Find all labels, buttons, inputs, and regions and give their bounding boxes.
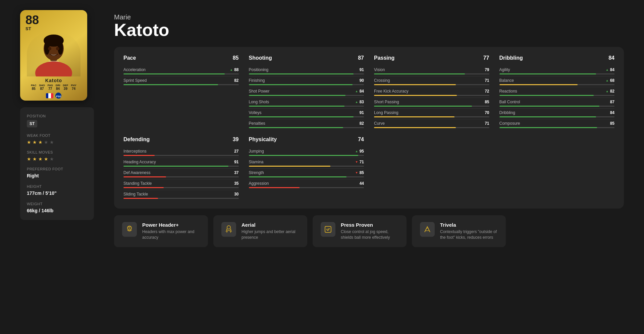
heading-accuracy-name: Heading Accuracy (123, 160, 156, 164)
strength-value: ▼85 (355, 170, 364, 175)
pace-header: Pace 85 (123, 55, 239, 63)
preferred-foot-value: Right (27, 173, 87, 178)
stat-composure: Composure 85 (499, 119, 615, 130)
shot-power-name: Shot Power (249, 89, 270, 94)
stamina-bar (249, 166, 364, 167)
crossing-name: Crossing (374, 78, 390, 83)
long-shots-arrow: ▲ (355, 100, 358, 104)
jumping-arrow: ▲ (355, 150, 358, 153)
standing-tackle-bar-fill (123, 187, 164, 188)
agility-value: ▲84 (606, 67, 614, 72)
card-stat-def: DEF 39 (63, 84, 68, 91)
info-preferred-foot: Preferred Foot Right (27, 167, 87, 178)
short-passing-name: Short Passing (374, 100, 399, 104)
balance-arrow: ▲ (606, 79, 609, 82)
stat-sprint-speed: Sprint Speed 82 (123, 76, 239, 87)
long-shots-value: ▲83 (355, 100, 364, 104)
stamina-bar-fill (249, 166, 331, 167)
dribbling-sub-bar (499, 116, 615, 117)
stat-shot-power: Shot Power ▲84 (249, 87, 364, 98)
position-badge: ST (27, 120, 37, 127)
interceptions-bar (123, 155, 239, 156)
shot-power-arrow: ▲ (355, 90, 358, 93)
info-height: Height 177cm / 5'10" (27, 184, 87, 196)
aerial-desc: Higher jumps and better aerial presence (241, 229, 299, 240)
vision-bar-fill (374, 73, 465, 74)
svg-point-7 (56, 47, 59, 50)
stat-category-dribbling: Dribbling 84 Agility ▲84 (499, 55, 615, 130)
def-awareness-bar-fill (123, 176, 166, 177)
power-header-desc: Headers with max power and accuracy (142, 229, 200, 240)
stats-grid: Pace 85 Acceleration ▲88 (123, 55, 614, 201)
acceleration-name: Acceleration (123, 67, 146, 72)
stat-jumping: Jumping ▲95 (249, 147, 364, 158)
strength-name: Strength (249, 170, 264, 175)
heading-accuracy-bar-fill (123, 166, 228, 167)
composure-value: 85 (610, 121, 614, 126)
aggression-value: 44 (360, 181, 364, 186)
agility-arrow: ▲ (606, 68, 609, 71)
composure-name: Composure (499, 121, 520, 126)
reactions-name: Reactions (499, 89, 517, 94)
stat-reactions: Reactions ▲82 (499, 87, 615, 98)
composure-bar (499, 127, 615, 128)
positioning-bar-fill (249, 73, 354, 74)
card-position-label: ST (25, 26, 31, 31)
reactions-value: ▲82 (606, 89, 614, 94)
svg-point-14 (227, 226, 230, 229)
composure-bar-fill (499, 127, 597, 128)
shooting-overall: 87 (358, 55, 364, 61)
penalties-bar (249, 127, 364, 128)
svg-point-6 (48, 47, 51, 50)
long-passing-bar (374, 116, 489, 117)
stat-balance: Balance ▲68 (499, 76, 615, 87)
trivela-svg-icon (423, 225, 432, 234)
long-passing-value: 70 (485, 110, 489, 115)
sliding-tackle-bar (123, 198, 239, 199)
positioning-value: 91 (360, 67, 364, 72)
power-header-icon (122, 222, 137, 237)
stat-dribbling-sub: Dribbling 84 (499, 109, 615, 119)
agility-name: Agility (499, 67, 510, 72)
stat-vision: Vision 79 (374, 66, 489, 76)
long-passing-bar-fill (374, 116, 454, 117)
skill-star-2: ★ (33, 156, 37, 161)
height-label: Height (27, 184, 87, 188)
stat-category-defending: Defending 39 Interceptions 27 (123, 136, 239, 201)
star-4: ★ (44, 140, 49, 144)
curve-value: 71 (485, 121, 489, 126)
trivela-icon (420, 222, 435, 237)
stat-volleys: Volleys 91 (249, 109, 364, 119)
info-weak-foot: Weak Foot ★ ★ ★ ★ ★ (27, 133, 87, 144)
standing-tackle-bar (123, 187, 239, 188)
press-proven-svg-icon (323, 225, 333, 234)
stat-heading-accuracy: Heading Accuracy 91 (123, 158, 239, 169)
stamina-name: Stamina (249, 160, 264, 164)
trivela-desc: Contextually triggers "outside of the fo… (440, 229, 498, 240)
def-awareness-bar (123, 176, 239, 177)
svg-rect-8 (49, 61, 59, 62)
power-header-name: Power Header+ (142, 222, 200, 228)
empty-col-3 (374, 130, 489, 201)
sprint-speed-bar (123, 84, 239, 85)
free-kick-accuracy-name: Free Kick Accuracy (374, 89, 409, 94)
player-silhouette-svg (27, 31, 80, 76)
long-shots-bar-fill (249, 106, 344, 107)
curve-bar (374, 127, 489, 128)
volleys-bar-fill (249, 116, 354, 117)
card-rating: 88 (25, 14, 39, 26)
crossing-bar-fill (374, 84, 456, 85)
stat-stamina: Stamina ▼71 (249, 158, 364, 169)
jumping-value: ▲95 (355, 149, 364, 154)
aerial-name: Aerial (241, 222, 299, 228)
defending-overall: 39 (233, 136, 239, 143)
passing-overall: 77 (483, 55, 489, 61)
vision-name: Vision (374, 67, 385, 72)
agility-bar (499, 73, 615, 74)
sprint-speed-name: Sprint Speed (123, 78, 147, 83)
stat-sliding-tackle: Sliding Tackle 30 (123, 190, 239, 201)
strength-arrow: ▼ (355, 171, 358, 174)
standing-tackle-name: Standing Tackle (123, 181, 152, 186)
flag-france (46, 93, 53, 98)
card-player-name: Katoto (45, 76, 62, 84)
